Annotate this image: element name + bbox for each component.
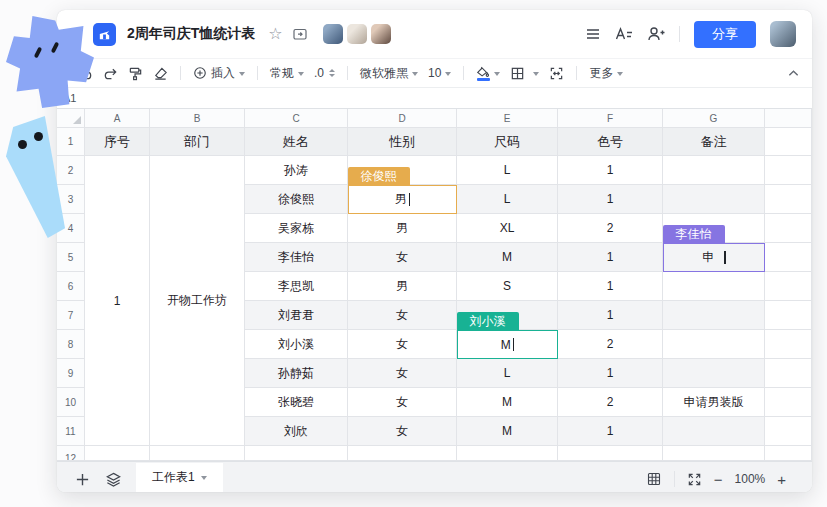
select-all-corner[interactable] [57,109,85,128]
cell-F7[interactable]: 1 [558,301,663,330]
cell-F5[interactable]: 1 [558,243,663,272]
cell-D5[interactable]: 女 [348,243,457,272]
cell-F9[interactable]: 1 [558,359,663,388]
row-header-9[interactable]: 9 [57,359,85,388]
cell-D4[interactable]: 男 [348,214,457,243]
outline-icon[interactable] [615,26,633,42]
cell-C6[interactable]: 李思凯 [245,272,348,301]
format-painter-button[interactable] [123,62,148,85]
row-header-8[interactable]: 8 [57,330,85,359]
field-header[interactable]: 姓名 [245,128,348,156]
decimal-stepper[interactable]: .0 [309,62,340,85]
clear-format-button[interactable] [148,62,173,85]
field-header[interactable]: 尺码 [457,128,558,156]
add-collaborator-icon[interactable] [647,26,665,42]
cell-F11[interactable]: 1 [558,417,663,446]
cell-G5[interactable]: 李佳怡申 [663,243,765,272]
collapse-toolbar-icon[interactable] [787,67,800,80]
font-size-dropdown[interactable]: 10 [423,62,456,85]
cell-F6[interactable]: 1 [558,272,663,301]
more-button[interactable]: 更多 [584,62,628,85]
sheet-tab-caret[interactable] [201,476,207,480]
cell-E11[interactable]: M [457,417,558,446]
user-avatar[interactable] [770,21,796,47]
zoom-level[interactable]: 100% [735,472,766,486]
row-header-6[interactable]: 6 [57,272,85,301]
redo-button[interactable] [98,62,123,85]
cell-E5[interactable]: M [457,243,558,272]
merged-serial-cell[interactable]: 1 [85,156,150,446]
field-header[interactable]: 序号 [85,128,150,156]
zoom-in-button[interactable]: + [777,472,786,487]
insert-button[interactable]: 插入 [188,62,250,85]
cell-G3[interactable] [663,185,765,214]
cell-E8[interactable]: 刘小溪M [457,330,558,359]
font-family-dropdown[interactable]: 微软雅黑 [355,62,423,85]
move-to-folder-icon[interactable] [292,26,308,42]
column-header-C[interactable]: C [245,109,348,128]
column-header-E[interactable]: E [457,109,558,128]
cell-G8[interactable] [663,330,765,359]
zoom-out-button[interactable]: − [714,472,723,487]
cell-D7[interactable]: 女 [348,301,457,330]
cell-C8[interactable]: 刘小溪 [245,330,348,359]
number-format-dropdown[interactable]: 常规 [265,62,309,85]
cell-D10[interactable]: 女 [348,388,457,417]
cell-D9[interactable]: 女 [348,359,457,388]
merged-department-cell[interactable]: 开物工作坊 [150,156,245,446]
sheet-tab-active[interactable]: 工作表1 [136,463,223,493]
avatar[interactable] [371,24,391,44]
fill-color-button[interactable] [471,62,505,85]
cell-C2[interactable]: 孙涛 [245,156,348,185]
cell-D3[interactable]: 徐俊熙男 [348,185,457,214]
cell-F3[interactable]: 1 [558,185,663,214]
add-sheet-button[interactable] [75,472,90,487]
cell-F8[interactable]: 2 [558,330,663,359]
sheet-list-icon[interactable] [105,471,122,488]
field-header[interactable]: 性别 [348,128,457,156]
cell-E2[interactable]: L [457,156,558,185]
star-favorite-icon[interactable]: ☆ [268,26,282,42]
merge-cells-button[interactable] [544,62,569,85]
row-header-1[interactable]: 1 [57,128,85,156]
row-header-5[interactable]: 5 [57,243,85,272]
cell-G11[interactable] [663,417,765,446]
column-header-A[interactable]: A [85,109,150,128]
avatar[interactable] [323,24,343,44]
cell-G10[interactable]: 申请男装版 [663,388,765,417]
cell-E10[interactable]: M [457,388,558,417]
avatar[interactable] [347,24,367,44]
cell-G2[interactable] [663,156,765,185]
column-header-G[interactable]: G [663,109,765,128]
cell-C4[interactable]: 吴家栋 [245,214,348,243]
column-header-F[interactable]: F [558,109,663,128]
row-header-11[interactable]: 11 [57,417,85,446]
cell-E4[interactable]: XL [457,214,558,243]
menu-icon[interactable] [585,26,601,42]
column-header-D[interactable]: D [348,109,457,128]
cell-G6[interactable] [663,272,765,301]
cell-C11[interactable]: 刘欣 [245,417,348,446]
cell-F4[interactable]: 2 [558,214,663,243]
gridlines-toggle-icon[interactable] [646,471,662,487]
row-header-7[interactable]: 7 [57,301,85,330]
cell-G7[interactable] [663,301,765,330]
column-header-B[interactable]: B [150,109,245,128]
cell-D11[interactable]: 女 [348,417,457,446]
column-header-extra[interactable] [765,109,812,128]
field-header[interactable]: 部门 [150,128,245,156]
cell-E6[interactable]: S [457,272,558,301]
cell-C10[interactable]: 张晓碧 [245,388,348,417]
cell-G9[interactable] [663,359,765,388]
borders-button[interactable] [505,62,544,85]
cell-C3[interactable]: 徐俊熙 [245,185,348,214]
row-header-12[interactable]: 12 [57,446,85,461]
row-header-2[interactable]: 2 [57,156,85,185]
cell-C5[interactable]: 李佳怡 [245,243,348,272]
fullscreen-icon[interactable] [687,472,702,487]
cell-E3[interactable]: L [457,185,558,214]
cell-F2[interactable]: 1 [558,156,663,185]
cell-F10[interactable]: 2 [558,388,663,417]
cell-C7[interactable]: 刘君君 [245,301,348,330]
field-header[interactable]: 备注 [663,128,765,156]
